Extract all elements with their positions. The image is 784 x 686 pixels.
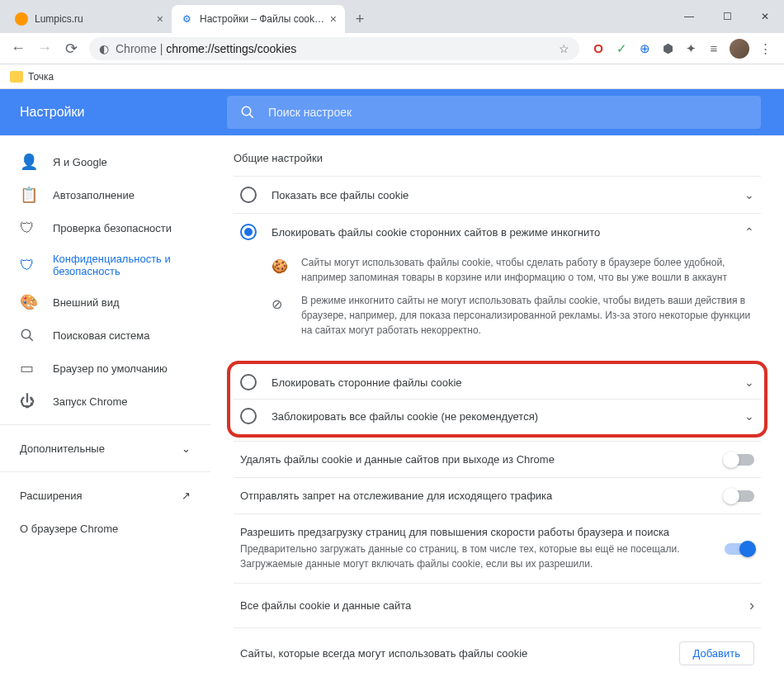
search-box[interactable] bbox=[227, 96, 761, 129]
sidebar-label: Я и Google bbox=[53, 156, 107, 168]
titlebar: Lumpics.ru × ⚙ Настройки – Файлы cookie … bbox=[0, 0, 784, 33]
sidebar-label: Дополнительные bbox=[20, 442, 105, 455]
setting-delete-on-exit: Удалять файлы cookie и данные сайтов при… bbox=[234, 441, 761, 477]
option-label: Блокировать файлы cookie сторонних сайто… bbox=[272, 226, 730, 239]
toggle[interactable] bbox=[725, 490, 754, 502]
row-label: Сайты, которые всегда могут использовать… bbox=[240, 647, 679, 660]
sidebar-advanced[interactable]: Дополнительные⌄ bbox=[0, 432, 210, 465]
shield-icon: 🛡 bbox=[20, 257, 36, 274]
search-icon bbox=[20, 328, 36, 343]
autofill-icon: 📋 bbox=[20, 186, 36, 204]
browser-icon: ▭ bbox=[20, 359, 36, 377]
cube-icon[interactable]: ⬢ bbox=[660, 41, 675, 56]
chevron-right-icon: › bbox=[749, 597, 754, 614]
svg-point-2 bbox=[21, 329, 31, 338]
block-icon: ⊘ bbox=[272, 295, 288, 338]
back-button[interactable]: ← bbox=[7, 37, 30, 60]
tab-settings[interactable]: ⚙ Настройки – Файлы cookie и др × bbox=[172, 5, 345, 33]
sidebar-extensions[interactable]: Расширения↗ bbox=[0, 479, 210, 512]
maximize-button[interactable]: ☐ bbox=[708, 0, 746, 33]
option-block-third-party[interactable]: Блокировать сторонние файлы cookie ⌄ bbox=[234, 366, 761, 399]
tab-title: Настройки – Файлы cookie и др bbox=[200, 13, 325, 25]
bookmark-tochka[interactable]: Точка bbox=[10, 71, 54, 83]
forward-button[interactable]: → bbox=[33, 37, 56, 60]
sidebar-label: Поисковая система bbox=[53, 329, 150, 342]
window-controls: — ☐ ✕ bbox=[670, 0, 784, 33]
close-icon[interactable]: × bbox=[157, 12, 163, 26]
toolbar: ← → ⟳ ◐ Chrome | chrome://settings/cooki… bbox=[0, 33, 784, 64]
bookmark-label: Точка bbox=[28, 71, 54, 83]
option-label: Заблокировать все файлы cookie (не реком… bbox=[272, 410, 730, 423]
separator bbox=[0, 424, 210, 425]
close-icon[interactable]: × bbox=[330, 12, 337, 26]
chevron-down-icon: ⌄ bbox=[182, 442, 191, 455]
chevron-up-icon[interactable]: ⌃ bbox=[744, 225, 754, 239]
setting-label: Разрешить предзагрузку страниц для повыш… bbox=[240, 526, 711, 538]
toggle[interactable] bbox=[725, 454, 754, 466]
reload-button[interactable]: ⟳ bbox=[59, 37, 83, 60]
shield-check-icon: 🛡 bbox=[20, 220, 36, 237]
chevron-down-icon[interactable]: ⌄ bbox=[744, 409, 754, 423]
search-input[interactable] bbox=[268, 106, 748, 119]
puzzle-icon[interactable]: ✦ bbox=[683, 41, 698, 56]
radio-icon[interactable] bbox=[240, 187, 257, 203]
menu-icon[interactable]: ⋮ bbox=[758, 41, 772, 56]
check-icon[interactable]: ✓ bbox=[614, 41, 629, 56]
sidebar-item-appearance[interactable]: 🎨Внешний вид bbox=[0, 286, 210, 319]
detail-text: Сайты могут использовать файлы cookie, ч… bbox=[301, 255, 754, 285]
list-icon[interactable]: ≡ bbox=[706, 41, 721, 56]
option-label: Блокировать сторонние файлы cookie bbox=[272, 376, 730, 389]
palette-icon: 🎨 bbox=[20, 293, 36, 311]
sidebar-label: Автозаполнение bbox=[53, 189, 135, 201]
minimize-button[interactable]: — bbox=[670, 0, 708, 33]
option-details: 🍪 Сайты могут использовать файлы cookie,… bbox=[234, 250, 761, 357]
sidebar-item-default[interactable]: ▭Браузер по умолчанию bbox=[0, 352, 210, 385]
chevron-down-icon[interactable]: ⌄ bbox=[744, 188, 754, 201]
external-icon: ↗ bbox=[182, 490, 191, 502]
sidebar-item-safety[interactable]: 🛡Проверка безопасности bbox=[0, 211, 210, 244]
sidebar-item-startup[interactable]: ⏻Запуск Chrome bbox=[0, 385, 210, 418]
sidebar-item-google[interactable]: 👤Я и Google bbox=[0, 145, 210, 178]
add-button[interactable]: Добавить bbox=[679, 641, 754, 665]
radio-icon[interactable] bbox=[240, 408, 257, 424]
cookie-icon: 🍪 bbox=[272, 257, 288, 285]
svg-line-1 bbox=[249, 114, 253, 118]
sidebar-label: О браузере Chrome bbox=[20, 523, 118, 535]
option-show-all[interactable]: Показать все файлы cookie ⌄ bbox=[234, 176, 761, 213]
page-title: Настройки bbox=[0, 105, 210, 120]
sidebar-item-privacy[interactable]: 🛡Конфиденциальность и безопасность bbox=[0, 244, 210, 286]
new-tab-button[interactable]: + bbox=[348, 7, 371, 31]
content: Общие настройки Показать все файлы cooki… bbox=[210, 135, 784, 686]
person-icon: 👤 bbox=[20, 153, 36, 171]
all-cookies-link[interactable]: Все файлы cookie и данные сайта › bbox=[234, 583, 761, 627]
avatar[interactable] bbox=[730, 39, 749, 59]
omnibox[interactable]: ◐ Chrome | chrome://settings/cookies ☆ bbox=[89, 37, 579, 60]
option-block-all[interactable]: Заблокировать все файлы cookie (не реком… bbox=[234, 399, 761, 433]
setting-do-not-track: Отправлять запрет на отслеживание для ис… bbox=[234, 477, 761, 513]
sidebar-label: Проверка безопасности bbox=[53, 222, 172, 234]
search-icon bbox=[240, 105, 255, 120]
sidebar-label: Внешний вид bbox=[53, 296, 120, 309]
sidebar-item-autofill[interactable]: 📋Автозаполнение bbox=[0, 178, 210, 211]
radio-icon[interactable] bbox=[240, 224, 257, 240]
globe-icon[interactable]: ⊕ bbox=[637, 41, 652, 56]
sidebar-item-search[interactable]: Поисковая система bbox=[0, 319, 210, 352]
settings-header: Настройки bbox=[0, 89, 784, 135]
gear-icon: ⚙ bbox=[180, 12, 193, 26]
svg-point-0 bbox=[242, 106, 251, 116]
extensions-area: O ✓ ⊕ ⬢ ✦ ≡ ⋮ bbox=[586, 39, 777, 59]
chevron-down-icon[interactable]: ⌄ bbox=[744, 376, 754, 389]
setting-preload: Разрешить предзагрузку страниц для повыш… bbox=[234, 513, 761, 583]
sidebar-label: Конфиденциальность и безопасность bbox=[53, 253, 191, 277]
sidebar-about[interactable]: О браузере Chrome bbox=[0, 512, 210, 545]
option-block-incognito[interactable]: Блокировать файлы cookie сторонних сайто… bbox=[234, 213, 761, 250]
sidebar-label: Запуск Chrome bbox=[53, 395, 128, 408]
opera-icon[interactable]: O bbox=[591, 41, 606, 56]
tab-lumpics[interactable]: Lumpics.ru × bbox=[7, 5, 172, 33]
settings-body: 👤Я и Google 📋Автозаполнение 🛡Проверка бе… bbox=[0, 135, 784, 686]
toggle[interactable] bbox=[725, 543, 754, 555]
radio-icon[interactable] bbox=[240, 374, 257, 390]
star-icon[interactable]: ☆ bbox=[559, 42, 569, 55]
separator bbox=[0, 471, 210, 472]
close-button[interactable]: ✕ bbox=[746, 0, 784, 33]
